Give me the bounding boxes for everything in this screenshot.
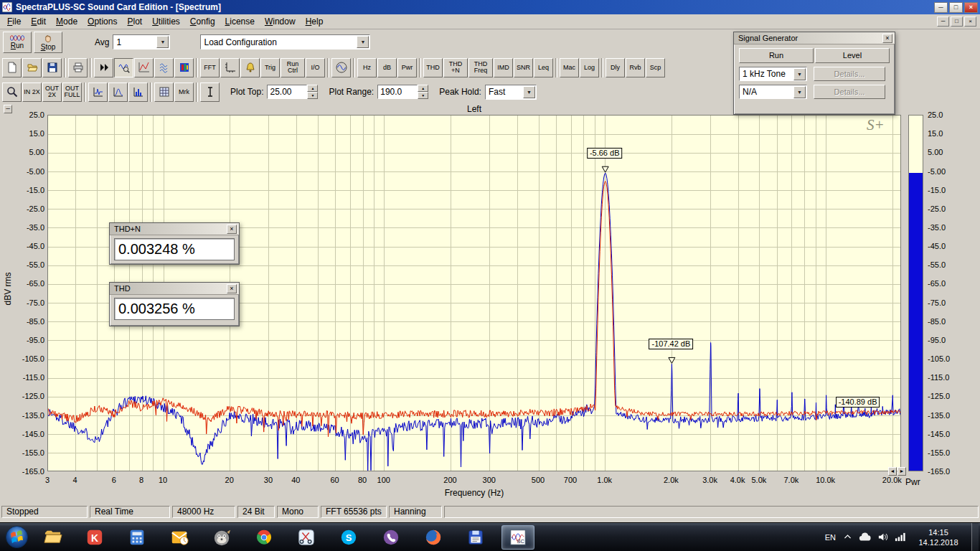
signal-details-2-button[interactable]: Details... [814, 85, 885, 99]
window-minimize-button[interactable]: ─ [934, 2, 948, 13]
start-button[interactable] [4, 524, 29, 550]
signal-type-1-select[interactable]: 1 kHz Tone ▼ [739, 67, 807, 81]
scope-button[interactable]: Scp [646, 58, 665, 77]
load-configuration-dropdown-arrow-icon[interactable]: ▼ [357, 36, 369, 48]
taskbar-calculator-icon[interactable] [121, 525, 154, 550]
new-config-button[interactable] [2, 58, 22, 77]
plot-histogram-button[interactable] [128, 83, 148, 102]
run-button[interactable]: Run [3, 32, 32, 53]
units-pwr-button[interactable]: Pwr [397, 58, 417, 77]
window-maximize-button[interactable]: □ [949, 2, 963, 13]
menu-file[interactable]: File [2, 15, 26, 28]
view-time-series-button[interactable] [114, 58, 133, 77]
view-spectrum-button[interactable] [134, 58, 154, 77]
spectrum-restore-button[interactable]: □ [951, 17, 963, 27]
menu-window[interactable]: Window [260, 15, 301, 28]
plot-top-spin-up-button[interactable]: ▲ [307, 85, 318, 92]
open-config-button[interactable] [22, 58, 42, 77]
menu-options[interactable]: Options [83, 15, 122, 28]
spectrum-close-button[interactable]: × [964, 17, 976, 27]
scaling-button[interactable] [220, 58, 240, 77]
menu-config[interactable]: Config [185, 15, 220, 28]
stop-button[interactable]: Stop [34, 32, 62, 53]
plot-top-input[interactable] [267, 85, 307, 99]
zoom-out-2x-button[interactable]: OUT 2X [42, 83, 62, 102]
taskbar-kmplayer-icon[interactable]: K [78, 525, 111, 550]
thd-close-button[interactable]: × [227, 284, 237, 293]
taskbar-outlook-icon[interactable] [163, 525, 196, 550]
plot-scroll-left-button[interactable]: ◄ [888, 467, 897, 476]
snr-button[interactable]: SNR [514, 58, 533, 77]
show-desktop-button[interactable] [971, 523, 979, 551]
peak-hold-select[interactable]: Fast ▼ [485, 85, 537, 100]
cursor-ibeam-button[interactable] [200, 83, 220, 102]
menu-plot[interactable]: Plot [122, 15, 147, 28]
leq-button[interactable]: Leq [534, 58, 553, 77]
taskbar-viber-icon[interactable] [374, 525, 407, 550]
marker-button[interactable]: Mrk [174, 83, 194, 102]
run-control-button[interactable]: Run Ctrl [281, 58, 305, 77]
taskbar-chrome-icon[interactable] [248, 525, 281, 550]
signal-generator-close-button[interactable]: × [882, 34, 892, 43]
units-hz-button[interactable]: Hz [357, 58, 377, 77]
thd-plus-n-button[interactable]: THD +N [443, 58, 468, 77]
avg-dropdown-arrow-icon[interactable]: ▼ [156, 36, 169, 48]
plot-spectrum-button[interactable] [108, 83, 128, 102]
thd-button[interactable]: THD [423, 58, 443, 77]
menu-utilities[interactable]: Utilities [147, 15, 185, 28]
delay-button[interactable]: Dly [606, 58, 625, 77]
trigger-button[interactable]: Trig [260, 58, 280, 77]
plot-range-spin-down-button[interactable]: ▼ [418, 92, 428, 99]
taskbar-clock[interactable]: 14:15 14.12.2018 [913, 527, 964, 547]
taskbar-spectraplus-icon[interactable]: SC [501, 525, 534, 550]
reverb-button[interactable]: Rvb [626, 58, 645, 77]
tray-chevron-up-icon[interactable] [843, 532, 852, 542]
spectrum-minimize-button[interactable]: ─ [937, 17, 949, 27]
signal-generator-run-button[interactable]: Run [739, 48, 814, 63]
view-waterfall-button[interactable] [154, 58, 174, 77]
zoom-button[interactable] [2, 83, 22, 102]
taskbar-skype-icon[interactable]: S [332, 525, 365, 550]
taskbar-gimp-icon[interactable] [205, 525, 238, 550]
run-resume-button[interactable] [94, 58, 113, 77]
signal-generator-button[interactable] [331, 58, 351, 77]
print-button[interactable] [68, 58, 88, 77]
plot-spectrogram-button[interactable] [154, 83, 174, 102]
thd-n-close-button[interactable]: × [227, 225, 237, 234]
thd-freq-button[interactable]: THD Freq [468, 58, 493, 77]
view-spectrogram-button[interactable] [174, 58, 194, 77]
tray-network-icon[interactable] [895, 532, 905, 542]
signal-generator-level-button[interactable]: Level [815, 48, 890, 63]
plot-range-spin-up-button[interactable]: ▲ [418, 85, 428, 92]
avg-select[interactable]: 1 ▼ [113, 34, 170, 50]
menu-mode[interactable]: Mode [51, 15, 83, 28]
plot-minimize-box[interactable]: ─ [4, 105, 12, 113]
plot-top-spin-down-button[interactable]: ▼ [307, 92, 318, 99]
signal-type-1-dropdown-arrow-icon[interactable]: ▼ [793, 68, 806, 80]
menu-edit[interactable]: Edit [26, 15, 51, 28]
units-db-button[interactable]: dB [377, 58, 397, 77]
taskbar-explorer-icon[interactable] [36, 525, 69, 550]
load-configuration-select[interactable]: Load Configuration ▼ [200, 34, 370, 50]
taskbar-firefox-icon[interactable] [417, 525, 450, 550]
calibration-button[interactable] [240, 58, 260, 77]
menu-license[interactable]: License [220, 15, 260, 28]
save-config-button[interactable] [42, 58, 62, 77]
signal-type-2-dropdown-arrow-icon[interactable]: ▼ [793, 86, 806, 98]
menu-help[interactable]: Help [301, 15, 329, 28]
taskbar-snipping-tool-icon[interactable] [290, 525, 323, 550]
zoom-out-full-button[interactable]: OUT FULL [62, 83, 82, 102]
plot-scroll-right-button[interactable]: ► [897, 467, 906, 476]
macro-button[interactable]: Mac [560, 58, 579, 77]
tray-volume-icon[interactable] [877, 532, 888, 542]
window-close-button[interactable]: × [964, 2, 978, 13]
zoom-in-2x-button[interactable]: IN 2X [22, 83, 42, 102]
language-indicator[interactable]: EN [825, 533, 836, 542]
signal-details-1-button[interactable]: Details... [814, 67, 885, 81]
imd-button[interactable]: IMD [494, 58, 513, 77]
tray-cloud-icon[interactable] [859, 532, 871, 542]
peak-hold-dropdown-arrow-icon[interactable]: ▼ [523, 86, 535, 98]
signal-type-2-select[interactable]: N/A ▼ [739, 85, 807, 99]
plot-range-input[interactable] [377, 85, 418, 99]
io-options-button[interactable]: I/O [306, 58, 325, 77]
